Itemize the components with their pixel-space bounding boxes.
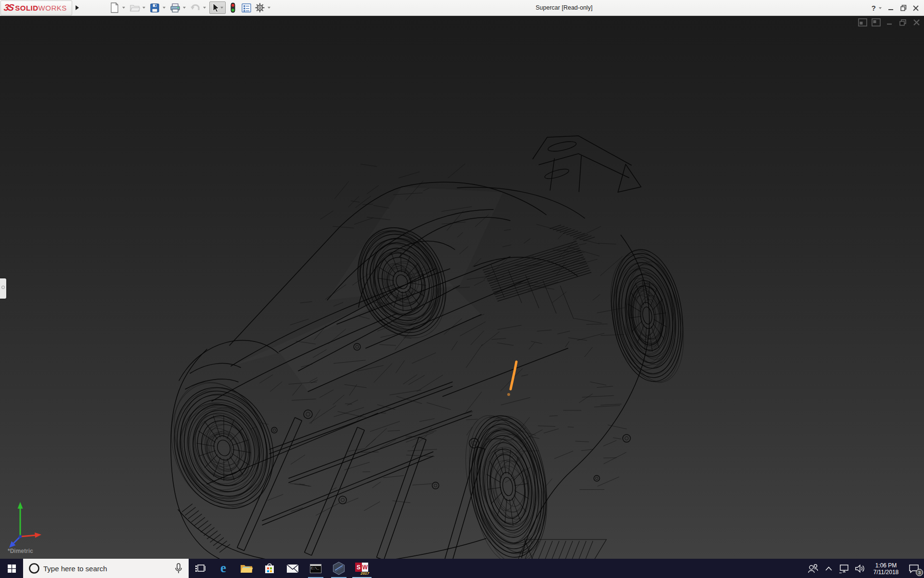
restore-button[interactable] xyxy=(897,2,910,14)
mail-icon xyxy=(286,564,299,573)
display-pane-icon[interactable] xyxy=(872,18,881,26)
solidworks-menu-button[interactable]: 3S SOLIDWORKS xyxy=(0,0,72,15)
open-document-button[interactable] xyxy=(128,1,141,14)
save-dropdown[interactable] xyxy=(162,1,167,14)
hexagon-3d-app-button[interactable] xyxy=(327,559,350,578)
task-view-button[interactable] xyxy=(189,559,212,578)
select-tool-button[interactable] xyxy=(209,1,226,14)
undo-dropdown[interactable] xyxy=(202,1,207,14)
doc-close-button[interactable] xyxy=(912,18,921,26)
taskbar-search[interactable] xyxy=(23,559,189,578)
hexagon-3d-app-icon xyxy=(333,562,345,575)
doc-restore-button[interactable] xyxy=(898,18,908,26)
people-icon xyxy=(808,564,818,573)
graphics-viewport[interactable]: *Dimetric xyxy=(0,16,924,559)
print-button[interactable] xyxy=(169,1,181,14)
notification-badge: 3 xyxy=(916,569,923,576)
file-explorer-button[interactable] xyxy=(235,559,258,578)
task-pane-collapsed-tab[interactable] xyxy=(0,278,6,299)
brand-solid: SOLID xyxy=(15,4,38,12)
microphone-icon[interactable] xyxy=(174,563,183,574)
volume-button[interactable] xyxy=(852,559,868,578)
windows-taskbar: e xyxy=(0,559,924,578)
system-tray: 1:06 PM 7/11/2018 3 xyxy=(804,559,924,578)
task-view-icon xyxy=(195,564,205,573)
y-axis-icon xyxy=(18,502,23,509)
printer-icon xyxy=(170,3,180,13)
solidworks-2017-icon: S W 2017 xyxy=(355,561,369,576)
view-orientation-label: *Dimetric xyxy=(8,548,33,554)
new-dropdown[interactable] xyxy=(121,1,126,14)
arrow-right-icon xyxy=(76,5,79,10)
search-input[interactable] xyxy=(40,565,174,573)
new-document-icon xyxy=(110,2,119,13)
cortana-icon xyxy=(28,562,40,575)
edge-button[interactable]: e xyxy=(212,559,235,578)
menu-expand-arrow[interactable] xyxy=(72,0,83,15)
traffic-light-icon xyxy=(230,2,236,13)
minimize-button[interactable] xyxy=(885,2,897,14)
save-button[interactable] xyxy=(149,1,161,14)
help-dropdown[interactable] xyxy=(878,2,883,14)
command-prompt-button[interactable]: C:\_ xyxy=(304,559,327,578)
speaker-icon xyxy=(855,564,865,573)
date-label: 7/11/2018 xyxy=(873,569,899,576)
chevron-up-icon xyxy=(825,566,832,571)
clock[interactable]: 1:06 PM 7/11/2018 xyxy=(868,559,904,578)
document-title: Supercar [Read-only] xyxy=(536,4,592,11)
undo-button[interactable] xyxy=(189,1,202,14)
cursor-arrow-icon xyxy=(211,2,219,13)
restore-icon xyxy=(900,5,907,11)
solidworks-window: 3S SOLIDWORKS xyxy=(0,0,924,578)
network-icon xyxy=(839,564,849,573)
new-document-button[interactable] xyxy=(108,1,121,14)
select-dropdown[interactable] xyxy=(219,1,224,14)
action-center-button[interactable]: 3 xyxy=(904,559,924,578)
time-label: 1:06 PM xyxy=(873,562,899,569)
save-floppy-icon xyxy=(150,3,160,13)
solidworks-taskbar-button[interactable]: S W 2017 xyxy=(350,559,373,578)
orientation-triad xyxy=(6,497,46,550)
gear-icon xyxy=(255,2,265,13)
dassault-3ds-logo-icon: 3S xyxy=(3,2,13,13)
minimize-icon xyxy=(888,5,894,11)
supercar-wireframe-model[interactable] xyxy=(0,16,924,559)
close-icon xyxy=(913,5,919,11)
edge-icon: e xyxy=(220,561,226,576)
file-explorer-icon xyxy=(240,563,253,574)
doc-minimize-button[interactable] xyxy=(885,18,894,26)
store-button[interactable] xyxy=(258,559,281,578)
file-properties-button[interactable] xyxy=(240,1,253,14)
store-icon xyxy=(264,562,275,575)
quick-access-toolbar xyxy=(108,0,273,16)
command-prompt-icon: C:\_ xyxy=(310,564,321,573)
brand-works: WORKS xyxy=(38,4,67,12)
tray-overflow-button[interactable] xyxy=(821,559,836,578)
document-window-controls xyxy=(858,18,921,26)
network-button[interactable] xyxy=(836,559,852,578)
people-button[interactable] xyxy=(804,559,821,578)
open-folder-icon xyxy=(129,3,140,13)
help-button[interactable]: ? xyxy=(870,4,878,12)
start-button[interactable] xyxy=(0,559,23,578)
open-dropdown[interactable] xyxy=(141,1,146,14)
print-dropdown[interactable] xyxy=(182,1,187,14)
pin-knob-icon xyxy=(1,286,5,289)
x-axis-icon xyxy=(35,533,41,538)
options-button[interactable] xyxy=(254,1,266,14)
mail-button[interactable] xyxy=(281,559,304,578)
windows-logo-icon xyxy=(8,565,16,573)
undo-arrow-icon xyxy=(190,3,201,13)
file-properties-icon xyxy=(241,3,252,13)
close-button[interactable] xyxy=(910,2,922,14)
rebuild-button[interactable] xyxy=(227,1,239,14)
options-dropdown[interactable] xyxy=(267,1,271,14)
feature-pane-icon[interactable] xyxy=(858,18,867,26)
title-bar: 3S SOLIDWORKS xyxy=(0,0,924,16)
titlebar-right-controls: ? xyxy=(870,0,922,16)
